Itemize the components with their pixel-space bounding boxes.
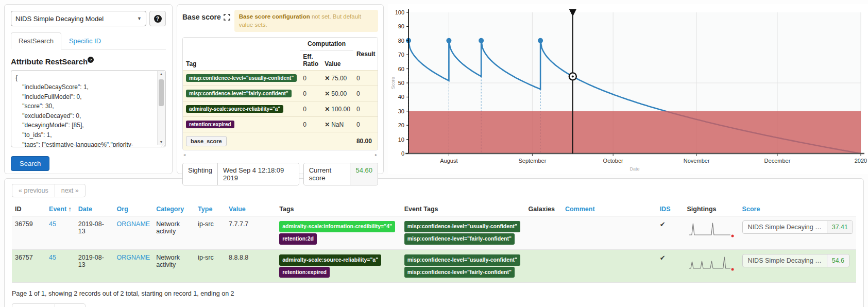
svg-text:70: 70 xyxy=(398,52,404,58)
results-header-row: IDEvent ↑DateOrgCategoryTypeValueTagsEve… xyxy=(12,202,856,216)
cell-value: 8.8.8.8 xyxy=(226,249,276,283)
tag-badge: misp:confidence-level="fairly-confident" xyxy=(404,233,515,245)
tab-specific-id[interactable]: Specific ID xyxy=(61,32,109,49)
col-computation: Computation xyxy=(300,38,353,50)
column-header-type[interactable]: Type xyxy=(195,202,226,216)
next-page-button[interactable]: next » xyxy=(55,184,86,197)
sort-arrow-icon: ↑ xyxy=(66,206,72,213)
svg-text:September: September xyxy=(518,158,546,164)
org-link[interactable]: ORGNAME xyxy=(117,220,150,228)
decay-chart-panel: 0102030405060708090100AugustSeptemberOct… xyxy=(388,4,868,174)
tag-badge: retention:2d xyxy=(279,233,317,245)
cell-tags: admiralty-scale:source-reliability="a"re… xyxy=(276,249,401,283)
svg-text:August: August xyxy=(440,158,457,164)
cell-date: 2019-08-13 xyxy=(75,249,114,283)
svg-text:30: 30 xyxy=(398,108,404,114)
expand-icon[interactable] xyxy=(224,14,230,21)
svg-text:October: October xyxy=(603,158,623,164)
cell-type: ip-src xyxy=(195,249,226,283)
svg-text:50: 50 xyxy=(398,80,404,86)
tag-badge: retention:expired xyxy=(279,267,330,278)
base-score-total: 80.00 xyxy=(353,132,378,150)
cell-comment xyxy=(562,249,657,283)
results-rows: 36759 45 2019-08-13 ORGNAME Network acti… xyxy=(12,216,856,283)
scroll-up-icon[interactable]: ▲ xyxy=(158,72,165,76)
score-box: NIDS Simple Decaying … 37.41 xyxy=(742,220,853,234)
column-header-galaxies: Galaxies xyxy=(525,202,562,216)
score-box: NIDS Simple Decaying … 54.6 xyxy=(742,254,849,267)
svg-text:90: 90 xyxy=(398,23,404,29)
previous-page-button[interactable]: « previous xyxy=(12,184,55,197)
cell-galaxies xyxy=(525,249,562,283)
column-header-score[interactable]: Score xyxy=(739,202,856,216)
org-link[interactable]: ORGNAME xyxy=(117,254,150,261)
column-header-value[interactable]: Value xyxy=(226,202,276,216)
base-score-panel: Base score Base score configuration not … xyxy=(177,4,384,174)
top-row: NIDS Simple Decaying Model ▼ ? RestSearc… xyxy=(0,0,868,178)
computation-value: ✕50.00 xyxy=(321,86,353,101)
base-score-row: misp:confidence-level="usually-confident… xyxy=(183,71,378,86)
computation-value: ✕75.00 xyxy=(321,71,353,86)
col-value: Value xyxy=(321,50,353,71)
tag-badge: misp:confidence-level="usually-confident… xyxy=(404,221,520,232)
multiply-icon: ✕ xyxy=(325,75,330,82)
cell-category: Network activity xyxy=(153,249,195,283)
column-header-date[interactable]: Date xyxy=(75,202,114,216)
tag-badge: admiralty-scale:information-credibility=… xyxy=(279,221,395,232)
column-header-org[interactable]: Org xyxy=(114,202,154,216)
model-select[interactable]: NIDS Simple Decaying Model ▼ xyxy=(11,11,146,26)
cell-id: 36757 xyxy=(12,249,46,283)
score-model-name: NIDS Simple Decaying … xyxy=(743,221,827,233)
scroll-down-icon[interactable]: ▼ xyxy=(158,140,165,144)
result-value: 0 xyxy=(353,101,378,117)
sighting-dot xyxy=(479,38,484,43)
score-value: 54.6 xyxy=(827,254,849,267)
model-select-value: NIDS Simple Decaying Model xyxy=(15,15,104,23)
results-table: IDEvent ↑DateOrgCategoryTypeValueTagsEve… xyxy=(12,202,856,283)
tag-badge: misp:confidence-level="fairly-confident" xyxy=(186,90,292,97)
tag-badge: admiralty-scale:source-reliability="a" xyxy=(186,105,283,113)
base-score-title: Base score xyxy=(182,10,230,21)
search-button[interactable]: Search xyxy=(11,156,49,171)
cell-galaxies xyxy=(525,216,562,250)
current-score-label: Current score xyxy=(304,163,350,185)
svg-text:60: 60 xyxy=(398,66,404,72)
column-header-event[interactable]: Event ↑ xyxy=(46,202,75,216)
result-value: 0 xyxy=(353,86,378,101)
attribute-row: 36759 45 2019-08-13 ORGNAME Network acti… xyxy=(12,216,856,250)
question-icon: ? xyxy=(154,15,162,23)
cell-comment xyxy=(562,216,657,250)
column-header-category[interactable]: Category xyxy=(153,202,195,216)
cell-value: 7.7.7.7 xyxy=(226,216,276,250)
event-link[interactable]: 45 xyxy=(49,254,56,261)
base-score-warning: Base score configuration not set. But de… xyxy=(234,10,378,32)
help-button[interactable]: ? xyxy=(149,11,166,26)
previous-page-button[interactable]: « previous xyxy=(12,303,55,307)
eff-ratio-value: 0 xyxy=(300,117,321,132)
scroll-left-icon[interactable]: ◂ xyxy=(183,152,185,157)
attribute-row: 36757 45 2019-08-13 ORGNAME Network acti… xyxy=(12,249,856,283)
column-header-ids[interactable]: IDS xyxy=(657,202,684,216)
cell-type: ip-src xyxy=(195,216,226,250)
score-model-name: NIDS Simple Decaying … xyxy=(743,254,827,267)
svg-text:80: 80 xyxy=(398,38,404,44)
event-link[interactable]: 45 xyxy=(49,220,56,228)
svg-text:10: 10 xyxy=(398,137,404,143)
horizontal-scrollbar[interactable]: ◂ ▸ xyxy=(182,151,378,158)
tag-badge: misp:confidence-level="fairly-confident" xyxy=(404,267,515,278)
scroll-right-icon[interactable]: ▸ xyxy=(375,152,377,157)
cell-id: 36759 xyxy=(12,216,46,250)
next-page-button[interactable]: next » xyxy=(55,303,86,307)
tab-restsearch[interactable]: RestSearch xyxy=(11,32,61,49)
textarea-scrollbar[interactable]: ▲ ▼ xyxy=(157,71,165,145)
results-panel: « previous next » IDEvent ↑DateOrgCatego… xyxy=(4,178,864,307)
pagination-summary: Page 1 of 1, showing 2 records out of 2 … xyxy=(12,290,856,297)
multiply-icon: ✕ xyxy=(325,121,330,128)
column-header-comment[interactable]: Comment xyxy=(562,202,657,216)
svg-text:0: 0 xyxy=(401,150,404,157)
result-value: 0 xyxy=(353,117,378,132)
multiply-icon: ✕ xyxy=(325,106,330,113)
scrollbar-thumb[interactable] xyxy=(159,79,164,106)
restsearch-query-input[interactable]: { "includeDecayScore": 1, "includeFullMo… xyxy=(11,70,166,147)
sighting-date: Wed Sep 4 12:18:09 2019 xyxy=(217,163,299,185)
